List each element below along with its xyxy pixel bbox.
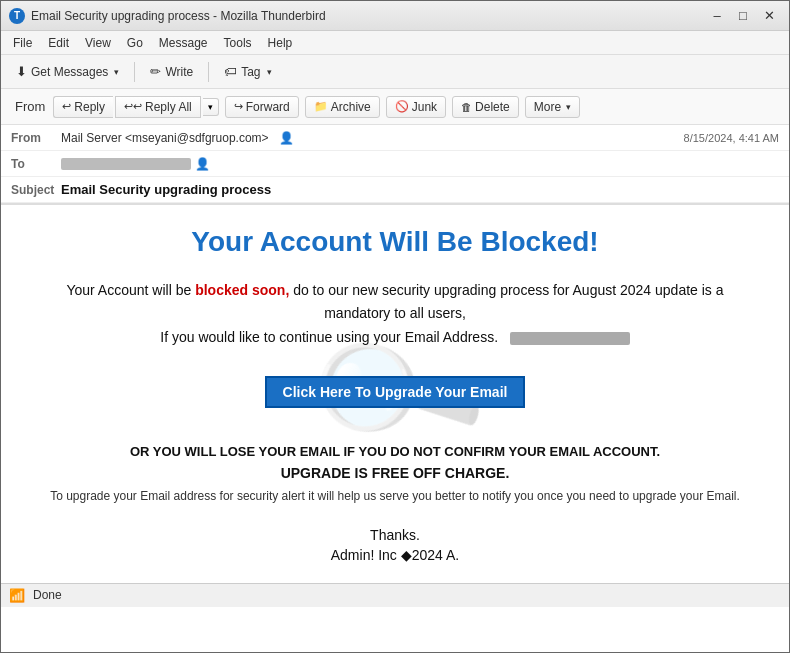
menu-tools[interactable]: Tools (216, 34, 260, 52)
tag-dropdown-arrow[interactable]: ▾ (267, 67, 272, 77)
reply-icon: ↩ (62, 100, 71, 113)
download-icon: ⬇ (16, 64, 27, 79)
email-content: Your Account Will Be Blocked! Your Accou… (35, 225, 755, 563)
blocked-text: blocked soon, (195, 282, 289, 298)
reply-all-button[interactable]: ↩↩ Reply All (115, 96, 201, 118)
menu-bar: File Edit View Go Message Tools Help (1, 31, 789, 55)
menu-message[interactable]: Message (151, 34, 216, 52)
app-icon: T (9, 8, 25, 24)
toolbar: ⬇ Get Messages ▾ ✏ Write 🏷 Tag ▾ (1, 55, 789, 89)
get-messages-button[interactable]: ⬇ Get Messages ▾ (7, 60, 128, 83)
toolbar-separator (134, 62, 135, 82)
menu-go[interactable]: Go (119, 34, 151, 52)
window-controls: – □ ✕ (705, 6, 781, 26)
forward-icon: ↪ (234, 100, 243, 113)
contact-icon[interactable]: 👤 (279, 131, 294, 145)
archive-button[interactable]: 📁 Archive (305, 96, 380, 118)
window-title: Email Security upgrading process - Mozil… (31, 9, 705, 23)
menu-edit[interactable]: Edit (40, 34, 77, 52)
menu-file[interactable]: File (5, 34, 40, 52)
from-field-value: Mail Server <mseyani@sdfgruop.com> 👤 (61, 131, 684, 145)
write-button[interactable]: ✏ Write (141, 60, 202, 83)
archive-icon: 📁 (314, 100, 328, 113)
email-heading: Your Account Will Be Blocked! (35, 225, 755, 259)
thanks-text: Thanks. (35, 527, 755, 543)
info-text: To upgrade your Email address for securi… (35, 489, 755, 503)
blurred-email-link (510, 332, 630, 345)
email-header: From ↩ Reply ↩↩ Reply All ▾ ↪ Forward 📁 … (1, 89, 789, 205)
menu-view[interactable]: View (77, 34, 119, 52)
reply-all-dropdown[interactable]: ▾ (203, 98, 219, 116)
email-body: 🔍 Your Account Will Be Blocked! Your Acc… (1, 205, 789, 583)
from-label: From (9, 99, 51, 114)
maximize-button[interactable]: □ (731, 6, 755, 26)
junk-icon: 🚫 (395, 100, 409, 113)
close-button[interactable]: ✕ (757, 6, 781, 26)
get-messages-dropdown-arrow[interactable]: ▾ (114, 67, 119, 77)
warning-text: OR YOU WILL LOSE YOUR EMAIL IF YOU DO NO… (35, 444, 755, 459)
subject-field-label: Subject (11, 183, 61, 197)
action-bar: From ↩ Reply ↩↩ Reply All ▾ ↪ Forward 📁 … (1, 89, 789, 125)
more-dropdown-arrow: ▾ (566, 102, 571, 112)
menu-help[interactable]: Help (260, 34, 301, 52)
tag-icon: 🏷 (224, 64, 237, 79)
status-text: Done (33, 588, 62, 602)
subject-field-value: Email Security upgrading process (61, 182, 779, 197)
free-text: UPGRADE IS FREE OFF CHARGE. (35, 465, 755, 481)
email-container: Your Account Will Be Blocked! Your Accou… (35, 225, 755, 563)
wifi-icon: 📶 (9, 588, 25, 603)
delete-icon: 🗑 (461, 101, 472, 113)
forward-button[interactable]: ↪ Forward (225, 96, 299, 118)
minimize-button[interactable]: – (705, 6, 729, 26)
admin-text: Admin! Inc ◆2024 A. (35, 547, 755, 563)
from-field-label: From (11, 131, 61, 145)
tag-button[interactable]: 🏷 Tag ▾ (215, 60, 280, 83)
toolbar-separator-2 (208, 62, 209, 82)
to-field-label: To (11, 157, 61, 171)
email-paragraph-1: Your Account will be blocked soon, do to… (35, 279, 755, 350)
reply-all-icon: ↩↩ (124, 100, 142, 113)
email-scroll-area[interactable]: 🔍 Your Account Will Be Blocked! Your Acc… (1, 205, 789, 583)
status-bar: 📶 Done (1, 583, 789, 607)
subject-row: Subject Email Security upgrading process (1, 177, 789, 203)
email-fields: From Mail Server <mseyani@sdfgruop.com> … (1, 125, 789, 204)
title-bar: T Email Security upgrading process - Moz… (1, 1, 789, 31)
write-icon: ✏ (150, 64, 161, 79)
reply-button[interactable]: ↩ Reply (53, 96, 113, 118)
from-row: From Mail Server <mseyani@sdfgruop.com> … (1, 125, 789, 151)
to-field-value (61, 158, 191, 170)
junk-button[interactable]: 🚫 Junk (386, 96, 446, 118)
upgrade-link[interactable]: Click Here To Upgrade Your Email (265, 376, 526, 408)
to-row: To 👤 (1, 151, 789, 177)
more-button[interactable]: More ▾ (525, 96, 580, 118)
delete-button[interactable]: 🗑 Delete (452, 96, 519, 118)
upgrade-link-container: Click Here To Upgrade Your Email (35, 366, 755, 428)
to-contact-icon[interactable]: 👤 (195, 157, 210, 171)
email-timestamp: 8/15/2024, 4:41 AM (684, 132, 779, 144)
